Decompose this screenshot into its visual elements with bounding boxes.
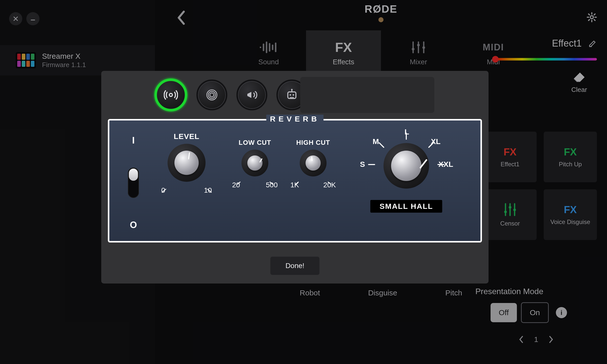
level-column: LEVEL 0 10 [147,128,226,232]
bypass-column: I O [119,128,147,232]
level-label: LEVEL [174,132,199,141]
io-label-I: I [132,135,135,146]
highcut-column: HIGH CUT 1K 20K [284,128,342,232]
lowcut-knob[interactable] [241,150,268,176]
reverb-panel: REVERB I O LEVEL [108,119,482,242]
reverb-title: REVERB [266,115,323,123]
reverb-fx-icon[interactable] [154,78,187,111]
lowcut-max: 500 [266,181,278,189]
size-S: S [360,160,365,169]
megaphone-fx-icon[interactable] [236,79,267,110]
svg-point-12 [290,94,291,96]
level-knob[interactable] [168,144,206,182]
fx-icon-group-bg [300,77,434,113]
size-knob[interactable] [383,143,429,189]
highcut-knob[interactable] [300,150,327,176]
bypass-switch[interactable] [128,168,139,198]
lowcut-column: LOW CUT 20 500 [226,128,284,232]
highcut-max: 20K [323,181,336,189]
size-column: S M L XL XXL [342,128,470,232]
svg-point-9 [208,91,215,98]
highcut-label: HIGH CUT [296,139,330,147]
reverb-modal: ♭♮♯ REVERB I O LEVEL [101,71,489,284]
svg-point-8 [210,93,214,97]
svg-point-7 [169,93,172,96]
echo-fx-icon[interactable] [196,79,227,110]
svg-point-14 [291,89,293,90]
io-label-O: O [130,220,137,230]
done-button[interactable]: Done! [270,257,320,275]
svg-point-13 [293,94,294,96]
lowcut-label: LOW CUT [239,139,271,147]
level-max: 10 [204,186,212,194]
size-name: SMALL HALL [370,200,442,213]
switch-thumb [129,169,138,181]
